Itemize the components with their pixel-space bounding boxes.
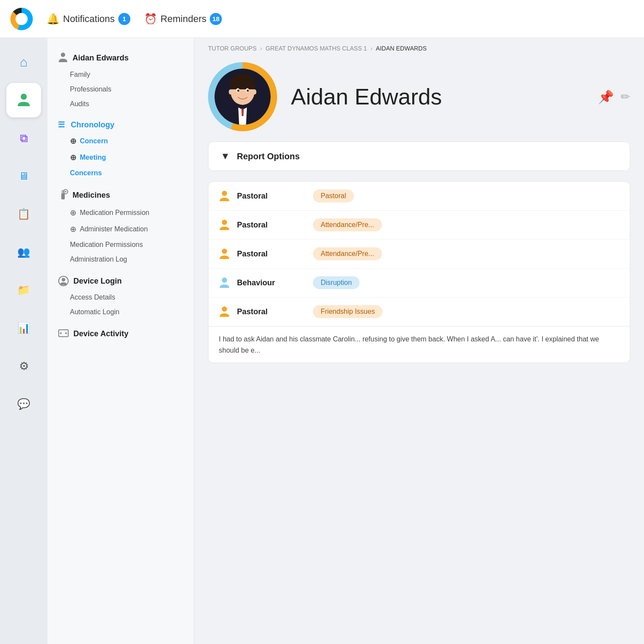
svg-point-1 bbox=[61, 53, 65, 57]
sidebar-link-admin-log[interactable]: Administration Log bbox=[58, 252, 183, 267]
svg-point-8 bbox=[62, 278, 65, 281]
profile-name-area: Aidan Edwards bbox=[291, 84, 584, 110]
lines-icon: ☰ bbox=[58, 120, 65, 129]
report-options-section[interactable]: ▼ Report Options bbox=[208, 142, 630, 171]
sidebar-link-audits[interactable]: Audits bbox=[58, 97, 183, 111]
record-row[interactable]: Pastoral Friendship Issues bbox=[208, 297, 630, 326]
family-label: Family bbox=[70, 71, 90, 79]
record-text-content: I had to ask Aidan and his classmate Car… bbox=[219, 335, 599, 354]
record-type: Pastoral bbox=[237, 249, 306, 259]
device-activity-label: Device Activity bbox=[73, 329, 128, 338]
person-icon-blue bbox=[219, 277, 230, 289]
home-icon: ⌂ bbox=[20, 55, 28, 69]
record-text: I had to ask Aidan and his classmate Car… bbox=[208, 326, 630, 363]
access-details-label: Access Details bbox=[70, 294, 115, 301]
svg-point-24 bbox=[222, 249, 227, 254]
nav-group[interactable]: 👥 bbox=[6, 235, 41, 269]
record-badge: Attendance/Pre... bbox=[313, 247, 382, 260]
records-list: Pastoral Pastoral Pastoral Attendance/Pr… bbox=[208, 181, 630, 363]
admin-log-label: Administration Log bbox=[70, 256, 127, 263]
sidebar-link-med-permission[interactable]: ⊕ Medication Permission bbox=[58, 205, 183, 221]
nav-person[interactable] bbox=[6, 83, 41, 117]
svg-rect-3 bbox=[61, 193, 65, 199]
avatar-container bbox=[208, 62, 277, 131]
person-icon-orange bbox=[219, 190, 230, 202]
report-options-label: Report Options bbox=[237, 152, 300, 161]
nav-clipboard[interactable]: 📋 bbox=[6, 197, 41, 231]
pin-button[interactable]: 📌 bbox=[598, 89, 614, 104]
professionals-label: Professionals bbox=[70, 85, 111, 93]
avatar bbox=[215, 69, 271, 125]
breadcrumb-tutor-groups[interactable]: TUTOR GROUPS bbox=[208, 45, 257, 52]
nav-chart[interactable]: 📊 bbox=[6, 311, 41, 345]
breadcrumb: TUTOR GROUPS › GREAT DYNAMOS MATHS CLASS… bbox=[194, 38, 644, 55]
sidebar-device-login-section: Device Login bbox=[58, 275, 183, 287]
svg-point-18 bbox=[237, 90, 240, 92]
sidebar: Aidan Edwards Family Professionals Audit… bbox=[47, 38, 194, 644]
record-row[interactable]: Behaviour Disruption bbox=[208, 268, 630, 297]
sidebar-student-name: Aidan Edwards bbox=[73, 54, 129, 63]
med-permissions-label: Medication Permissions bbox=[70, 241, 143, 249]
filter-icon: ▼ bbox=[221, 151, 230, 162]
record-row[interactable]: Pastoral Attendance/Pre... bbox=[208, 240, 630, 268]
sidebar-link-access-details[interactable]: Access Details bbox=[58, 290, 183, 305]
record-badge: Disruption bbox=[313, 276, 360, 289]
sidebar-link-auto-login[interactable]: Automatic Login bbox=[58, 305, 183, 319]
plus-icon-administer: ⊕ bbox=[70, 224, 76, 234]
breadcrumb-student: AIDAN EDWARDS bbox=[376, 45, 427, 52]
student-icon bbox=[58, 52, 68, 64]
edit-button[interactable]: ✏ bbox=[621, 90, 630, 104]
svg-point-26 bbox=[222, 306, 227, 312]
breadcrumb-sep-2: › bbox=[370, 45, 373, 52]
plus-icon-concern: ⊕ bbox=[70, 136, 76, 146]
record-badge: Friendship Issues bbox=[313, 305, 382, 318]
svg-point-0 bbox=[21, 94, 27, 100]
med-permission-label: Medication Permission bbox=[80, 209, 149, 217]
record-row[interactable]: Pastoral Pastoral bbox=[208, 182, 630, 211]
chronology-label: Chronology bbox=[71, 120, 114, 129]
reminders-button[interactable]: ⏰ Reminders 18 bbox=[144, 13, 222, 25]
audits-label: Audits bbox=[70, 100, 89, 108]
svg-rect-15 bbox=[230, 81, 255, 89]
person-icon-orange-3 bbox=[219, 248, 230, 260]
nav-device[interactable]: 🖥 bbox=[6, 159, 41, 193]
sidebar-link-med-permissions[interactable]: Medication Permissions bbox=[58, 237, 183, 252]
record-type: Pastoral bbox=[237, 221, 306, 230]
breadcrumb-class[interactable]: GREAT DYNAMOS MATHS CLASS 1 bbox=[265, 45, 367, 52]
record-type: Pastoral bbox=[237, 192, 306, 201]
device-login-label: Device Login bbox=[73, 277, 122, 286]
app-logo[interactable] bbox=[10, 8, 33, 30]
medicines-icon bbox=[58, 189, 68, 201]
svg-point-11 bbox=[65, 332, 67, 334]
sidebar-link-meeting[interactable]: ⊕ Meeting bbox=[58, 149, 183, 166]
profile-actions: 📌 ✏ bbox=[598, 89, 630, 104]
nav-copy[interactable]: ⧉ bbox=[6, 121, 41, 155]
group-icon: 👥 bbox=[17, 246, 30, 258]
notifications-badge: 1 bbox=[118, 13, 130, 25]
sidebar-link-family[interactable]: Family bbox=[58, 67, 183, 82]
avatar-ring bbox=[208, 62, 277, 131]
nav-settings[interactable]: ⚙ bbox=[6, 349, 41, 383]
sidebar-link-professionals[interactable]: Professionals bbox=[58, 82, 183, 97]
nav-folder[interactable]: 📁 bbox=[6, 273, 41, 307]
notifications-button[interactable]: 🔔 Notifications 1 bbox=[47, 13, 130, 25]
chart-icon: 📊 bbox=[17, 322, 30, 334]
sidebar-link-administer-med[interactable]: ⊕ Administer Medication bbox=[58, 221, 183, 237]
record-row[interactable]: Pastoral Attendance/Pre... bbox=[208, 211, 630, 240]
record-type: Behaviour bbox=[237, 278, 306, 287]
svg-point-23 bbox=[222, 220, 227, 225]
sidebar-student-section: Aidan Edwards bbox=[58, 52, 183, 64]
nav-home[interactable]: ⌂ bbox=[6, 45, 41, 79]
device-icon: 🖥 bbox=[19, 170, 29, 182]
reminders-label: Reminders bbox=[161, 13, 206, 25]
record-badge: Pastoral bbox=[313, 189, 354, 202]
sidebar-link-concern[interactable]: ⊕ Concern bbox=[58, 133, 183, 149]
bell-icon: 🔔 bbox=[47, 13, 60, 25]
notifications-label: Notifications bbox=[63, 13, 115, 25]
sidebar-link-concerns[interactable]: Concerns bbox=[58, 166, 183, 180]
person-icon-orange-5 bbox=[219, 306, 230, 318]
help-icon: 💬 bbox=[17, 398, 30, 410]
person-icon-orange-2 bbox=[219, 219, 230, 231]
device-login-icon bbox=[58, 275, 69, 287]
nav-help[interactable]: 💬 bbox=[6, 387, 41, 421]
